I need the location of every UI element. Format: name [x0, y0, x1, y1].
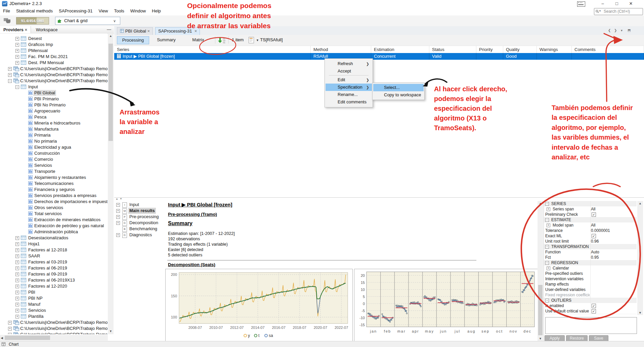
menu-help[interactable]: Help	[149, 7, 164, 14]
expand-icon[interactable]: +	[547, 207, 550, 211]
menu-item-edit-comments[interactable]: Edit comments	[326, 98, 372, 106]
menu-item-rename-[interactable]: Rename...	[326, 91, 372, 98]
results-tree-item-main-results[interactable]: +MMain results	[114, 208, 162, 214]
expand-icon[interactable]: +	[8, 327, 12, 331]
tree-item-factores-al-06-2019[interactable]: +Factores al 06-2019	[0, 265, 108, 271]
tree-item-miner-a-e-hidrocarburos[interactable]: Minería e hidrocarburos	[0, 120, 108, 126]
tab-workspace[interactable]: Workspace	[33, 26, 61, 33]
tree-item-otros-servicios[interactable]: Otros servicios	[0, 205, 108, 211]
submenu-item-copy-to-workspace[interactable]: Copy to workspace	[373, 91, 424, 99]
search-dropdown-icon[interactable]: ▾	[599, 9, 601, 12]
tree-item-derechos-de-importaciones-e-im[interactable]: Derechos de importaciones e impuestos a …	[0, 199, 108, 205]
expand-icon[interactable]: +	[116, 233, 120, 237]
tree-item-administraci-n-p-blica[interactable]: Administración pública	[0, 229, 108, 235]
tree-item-factores-al-12-2018[interactable]: +Factores al 12-2018	[0, 247, 108, 253]
tree-item-pbi[interactable]: +PBI	[0, 289, 108, 295]
collapse-icon[interactable]: −	[545, 202, 549, 206]
checkbox-checked[interactable]: ✓	[592, 304, 596, 308]
results-tree-item-diagnostics[interactable]: +DDiagnostics	[114, 232, 162, 238]
tree-item-comercio[interactable]: Comercio	[0, 156, 108, 162]
collapse-icon[interactable]: −	[15, 85, 19, 89]
expand-icon[interactable]: +	[547, 266, 550, 270]
expand-icon[interactable]: +	[15, 315, 19, 318]
column-header-estimation[interactable]: Estimation	[371, 46, 429, 53]
checkbox-checked[interactable]: ✓	[592, 212, 596, 217]
menu-saprocessing-31[interactable]: SAProcessing-31	[56, 7, 95, 14]
tree-item-financiera-y-seguros[interactable]: Financiera y seguros	[0, 187, 108, 193]
tree-item-pbi-no-primario[interactable]: PBI No Primario	[0, 102, 108, 108]
tree-item-desest[interactable]: +Desest	[0, 36, 108, 42]
collapse-icon[interactable]: −	[545, 261, 549, 265]
tree-horizontal-scrollbar[interactable]: ◀	[0, 335, 108, 341]
tree-item-pmensual[interactable]: +PMensual	[0, 48, 108, 54]
results-tree-item-input[interactable]: +IInput	[114, 202, 162, 208]
expand-icon[interactable]: +	[8, 67, 12, 71]
menu-view[interactable]: View	[96, 7, 111, 14]
tab-scroll-right-icon[interactable]: ❯	[614, 29, 617, 32]
tree-item-factores-al-03-2019[interactable]: +Factores al 03-2019	[0, 259, 108, 265]
tree-item-pbi-np[interactable]: +PBI NP	[0, 295, 108, 301]
property-value[interactable]: All	[591, 222, 595, 228]
tree-item-transporte[interactable]: Transporte	[0, 168, 108, 175]
menu-file[interactable]: File	[0, 7, 13, 14]
property-value[interactable]: Auto	[591, 249, 599, 255]
tree-item-input[interactable]: −Input	[0, 84, 108, 90]
tree-item-total-servicios[interactable]: Total servicios	[0, 211, 108, 217]
tree-item-extracci-n-de-petr-leo-y-gas-n[interactable]: Extracción de petróleo y gas natural	[0, 223, 108, 229]
tree-item-plantilla[interactable]: +Plantilla	[0, 313, 108, 319]
expand-icon[interactable]: +	[15, 236, 19, 240]
doc-tab-saprocessing[interactable]: SAProcessing-31 ×	[155, 27, 200, 35]
expand-icon[interactable]: +	[15, 55, 19, 59]
menu-statistical-methods[interactable]: Statistical methods	[13, 7, 56, 14]
tree-item-saar[interactable]: +SAAR	[0, 253, 108, 259]
expand-icon[interactable]: +	[8, 73, 12, 77]
tab-providers[interactable]: Providers ×	[0, 26, 31, 33]
checkbox-checked[interactable]: ✓	[592, 309, 596, 313]
expand-icon[interactable]: +	[15, 248, 19, 252]
checkbox-checked[interactable]: ✓	[592, 234, 596, 238]
tree-item-c-users-luisj-onedrive-bcrp-tr[interactable]: −C:\Users\luisj\OneDrive\BCRP\Trabajo Re…	[0, 78, 108, 84]
tab-matrix[interactable]: Matrix	[185, 36, 212, 44]
panel-minimize-icon[interactable]: —	[107, 27, 111, 32]
column-header-warnings[interactable]: Warnings	[537, 46, 572, 53]
collapse-icon[interactable]: −	[545, 245, 549, 249]
tree-item-servicios-prestados-a-empresas[interactable]: Servicios prestados a empresas	[0, 193, 108, 199]
tree-item-servicios[interactable]: +Servicios	[0, 307, 108, 313]
tab-processing[interactable]: Processing	[117, 36, 149, 44]
expand-icon[interactable]: +	[116, 221, 120, 225]
spec-selector-dropdown[interactable]: ▼ TS[RSAfull]	[256, 37, 283, 42]
menu-window[interactable]: Window	[127, 7, 149, 14]
expand-icon[interactable]: +	[15, 279, 19, 282]
properties-scrollbar[interactable]: ▲ ▼	[637, 201, 643, 315]
column-header-quality[interactable]: Quality	[503, 46, 537, 53]
minimize-button[interactable]: –	[596, 0, 609, 7]
tree-vertical-scrollbar[interactable]: ▲ ▼	[108, 34, 114, 334]
tree-item-telecomunicaciones[interactable]: Telecomunicaciones	[0, 181, 108, 187]
tab-list-icon[interactable]: ▾	[621, 29, 622, 32]
tree-item-c-users-luisj-onedrive-bcrp-tr[interactable]: +C:\Users\luisj\OneDrive\BCRP\Trabajo Re…	[0, 326, 108, 332]
tree-item-pesca[interactable]: Pesca	[0, 114, 108, 120]
results-tree-item-benchmarking[interactable]: BBenchmarking	[114, 226, 162, 232]
workstation-icon[interactable]	[3, 17, 12, 23]
property-value[interactable]: 0.95	[591, 255, 599, 260]
tree-item-factores-al-12-2020[interactable]: +Factores al 12-2020	[0, 283, 108, 289]
tree-item-c-users-luisj-onedrive-bcrp-tr[interactable]: +C:\Users\luisj\OneDrive\BCRP\Trabajo Re…	[0, 319, 108, 326]
collapse-icon[interactable]: −	[545, 299, 549, 302]
menu-tools[interactable]: Tools	[111, 7, 127, 14]
submenu-item-select-[interactable]: Select...	[373, 84, 424, 91]
expand-icon[interactable]: +	[15, 49, 19, 53]
doc-decomposition-heading[interactable]: Decomposition (Seats)	[168, 262, 215, 267]
expand-icon[interactable]: +	[15, 61, 19, 65]
expand-icon[interactable]: +	[15, 43, 19, 47]
expand-icon[interactable]: +	[15, 254, 19, 258]
close-icon[interactable]: ×	[195, 29, 197, 34]
document-scrollbar[interactable]: ▲ ▼	[538, 201, 543, 341]
expand-icon[interactable]: +	[15, 297, 19, 300]
expand-icon[interactable]: +	[15, 291, 19, 294]
tree-item-c-users-luisj-onedrive-bcrp-tr[interactable]: +C:\Users\luisj\OneDrive\BCRP\Trabajo Re…	[0, 332, 108, 334]
close-icon[interactable]: ×	[25, 27, 28, 32]
column-header-comments[interactable]: Comments	[572, 46, 644, 53]
close-icon[interactable]: ×	[147, 29, 150, 34]
search-input[interactable]: ▾ Search (Ctrl+I)	[594, 8, 643, 15]
tree-item-factores-al-06-2019x13[interactable]: +Factores al 06-2019X13	[0, 277, 108, 283]
